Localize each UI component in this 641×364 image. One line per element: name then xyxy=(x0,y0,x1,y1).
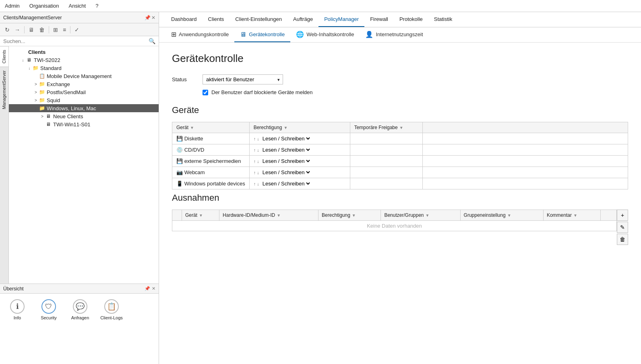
overview-panel: Übersicht 📌 ✕ ℹ Info 🛡 Security 💬 Anfrag xyxy=(0,284,159,364)
col-aus-empty xyxy=(601,210,617,221)
ausnahmen-wrapper: Gerät ▼ Hardware-ID/Medium-ID ▼ xyxy=(172,210,628,245)
menu-help[interactable]: ? xyxy=(94,2,100,10)
cell-temp-cddvd xyxy=(350,144,422,156)
cell-empty-diskette xyxy=(422,133,628,144)
externe-icon: 💾 xyxy=(176,158,183,164)
tree-button[interactable]: ≡ xyxy=(61,26,68,34)
col-aus-geraet[interactable]: Gerät ▼ xyxy=(182,210,219,221)
overview-pin-icon[interactable]: 📌 xyxy=(145,286,150,291)
col-hardware-id[interactable]: Hardware-ID/Medium-ID ▼ xyxy=(219,210,318,221)
tree-item-neue-clients[interactable]: > 🖥 Neue Clients xyxy=(9,112,159,120)
group-button[interactable]: ⊞ xyxy=(52,26,60,34)
close-sidebar-icon[interactable]: ✕ xyxy=(151,15,155,21)
search-button[interactable]: 🔍 xyxy=(149,38,155,44)
cell-empty-wpd xyxy=(422,178,628,189)
tab-policymanager[interactable]: PolicyManager xyxy=(318,12,364,27)
geraete-section-title: Geräte xyxy=(172,105,628,115)
perm-select-webcam[interactable]: Lesen / Schreiben Nur lesen Blockiert xyxy=(261,169,311,176)
delete-button[interactable]: 🗑 xyxy=(37,26,46,34)
filter-aus-geraet-icon: ▼ xyxy=(199,213,203,218)
overview-item-info[interactable]: ℹ Info xyxy=(3,297,31,323)
subtab-label-anwendungskontrolle: Anwendungskontrolle xyxy=(179,31,229,37)
check-button[interactable]: ✓ xyxy=(73,26,81,34)
overview-label-security: Security xyxy=(41,315,57,320)
col-benutzer-gruppen[interactable]: Benutzer/Gruppen ▼ xyxy=(381,210,460,221)
col-geraet[interactable]: Gerät ▼ xyxy=(172,122,250,133)
cell-geraet-diskette: 💾 Diskette xyxy=(172,133,250,144)
tree-item-squid[interactable]: > 📁 Squid xyxy=(9,96,159,104)
table-row: 💾 externe Speichermedien ↑ ↓ Lesen / Sch… xyxy=(172,156,628,167)
clients-icon xyxy=(20,49,27,55)
subtab-web-inhaltskontrolle[interactable]: 🌐 Web-Inhaltskontrolle xyxy=(290,27,360,42)
overview-header-controls: 📌 ✕ xyxy=(145,286,155,291)
tab-statistik[interactable]: Statistik xyxy=(428,12,458,27)
menu-admin[interactable]: Admin xyxy=(3,2,21,10)
tab-dashboard[interactable]: Dashboard xyxy=(165,12,203,27)
tab-firewall[interactable]: Firewall xyxy=(364,12,394,27)
filter-berechtigung-icon: ▼ xyxy=(283,125,287,130)
ausnahmen-no-data-row: Keine Daten vorhanden xyxy=(172,221,617,231)
side-tabs: Clients ManagementServer xyxy=(0,46,9,284)
pin-icon[interactable]: 📌 xyxy=(145,15,151,21)
tree-item-twi-win11[interactable]: 🖥 TWI-Win11-S01 xyxy=(9,120,159,128)
status-row: Status aktiviert für Benutzer deaktivier… xyxy=(172,74,628,84)
subtab-geraetekontrolle[interactable]: 🖥 Gerätekontrolle xyxy=(234,27,290,42)
perm-select-cddvd[interactable]: Lesen / Schreiben Nur lesen Blockiert xyxy=(261,146,311,153)
info-icon: ℹ xyxy=(10,299,25,314)
menu-ansicht[interactable]: Ansicht xyxy=(67,2,88,10)
forward-button[interactable]: → xyxy=(13,26,22,34)
col-berechtigung[interactable]: Berechtigung ▼ xyxy=(249,122,350,133)
tree-item-twi-s2022[interactable]: ↓ 🖥 TWI-S2022 xyxy=(9,56,159,64)
tab-clients[interactable]: Clients xyxy=(203,12,230,27)
overview-item-security[interactable]: 🛡 Security xyxy=(35,297,63,323)
col-temp-freigabe[interactable]: Temporäre Freigabe ▼ xyxy=(350,122,422,133)
table-row: 📱 Windows portable devices ↑ ↓ Lesen / S… xyxy=(172,178,628,189)
subtab-internetnutzungszeit[interactable]: 👤 Internetnutzungszeit xyxy=(360,27,428,42)
perm-arrows-webcam[interactable]: ↑ ↓ xyxy=(254,170,259,175)
filter-geraet-icon: ▼ xyxy=(190,125,194,130)
tab-client-einstellungen[interactable]: Client-Einstellungen xyxy=(230,12,287,27)
wlm-icon: 📁 xyxy=(39,105,45,111)
edit-ausnahme-button[interactable]: ✎ xyxy=(617,222,628,233)
tree-item-postfix[interactable]: > 📁 Postfix/SendMail xyxy=(9,88,159,96)
perm-select-externe[interactable]: Lesen / Schreiben Nur lesen Blockiert xyxy=(261,158,311,165)
cell-temp-webcam xyxy=(350,167,422,178)
user-report-checkbox[interactable] xyxy=(203,90,208,95)
tree-item-mobile-device[interactable]: 📋 Mobile Device Management xyxy=(9,72,159,80)
status-select-wrapper: aktiviert für Benutzer deaktiviert aktiv… xyxy=(203,74,283,84)
overview-icons-row: ℹ Info 🛡 Security 💬 Anfragen 📋 Client-Lo… xyxy=(0,294,159,326)
overview-item-client-logs[interactable]: 📋 Client-Logs xyxy=(97,297,126,323)
perm-arrows-wpd[interactable]: ↑ ↓ xyxy=(254,181,259,186)
subtab-anwendungskontrolle[interactable]: ⊞ Anwendungskontrolle xyxy=(165,27,234,42)
overview-close-icon[interactable]: ✕ xyxy=(152,286,155,291)
filter-benutzer-icon: ▼ xyxy=(426,213,430,218)
col-gruppeneinstellung[interactable]: Gruppeneinstellung ▼ xyxy=(460,210,543,221)
refresh-button[interactable]: ↻ xyxy=(3,26,11,34)
overview-label-anfragen: Anfragen xyxy=(71,315,89,320)
tab-protokolle[interactable]: Protokolle xyxy=(394,12,428,27)
col-aus-berechtigung[interactable]: Berechtigung ▼ xyxy=(318,210,381,221)
sidebar-tab-managementserver[interactable]: ManagementServer xyxy=(0,67,8,113)
status-select[interactable]: aktiviert für Benutzer deaktiviert aktiv… xyxy=(203,74,283,84)
tree-item-exchange[interactable]: > 📁 Exchange xyxy=(9,80,159,88)
cell-geraet-externe: 💾 externe Speichermedien xyxy=(172,156,250,167)
search-input[interactable] xyxy=(3,38,149,44)
sidebar-tab-clients[interactable]: Clients xyxy=(0,46,8,67)
col-kommentar[interactable]: Kommentar ▼ xyxy=(543,210,600,221)
menu-organisation[interactable]: Organisation xyxy=(28,2,61,10)
perm-arrows-cddvd[interactable]: ↑ ↓ xyxy=(254,148,259,152)
delete-ausnahme-button[interactable]: 🗑 xyxy=(617,234,628,245)
perm-arrows-diskette[interactable]: ↑ ↓ xyxy=(254,136,259,141)
arrow-wlm: ↓ xyxy=(33,106,39,111)
perm-arrows-externe[interactable]: ↑ ↓ xyxy=(254,159,259,164)
cell-temp-externe xyxy=(350,156,422,167)
overview-item-anfragen[interactable]: 💬 Anfragen xyxy=(66,297,94,323)
perm-select-wpd[interactable]: Lesen / Schreiben Nur lesen Blockiert xyxy=(261,180,311,187)
tree-item-windows-linux-mac[interactable]: ↓ 📁 Windows, Linux, Mac xyxy=(9,104,159,112)
add-ausnahme-button[interactable]: + xyxy=(617,210,628,221)
monitor-button[interactable]: 🖥 xyxy=(27,26,36,34)
tab-auftraege[interactable]: Aufträge xyxy=(287,12,318,27)
arrow-exchange: > xyxy=(33,82,39,86)
tree-item-standard[interactable]: ↓ 📁 Standard xyxy=(9,64,159,72)
perm-select-diskette[interactable]: Lesen / Schreiben Nur lesen Blockiert xyxy=(261,135,311,142)
